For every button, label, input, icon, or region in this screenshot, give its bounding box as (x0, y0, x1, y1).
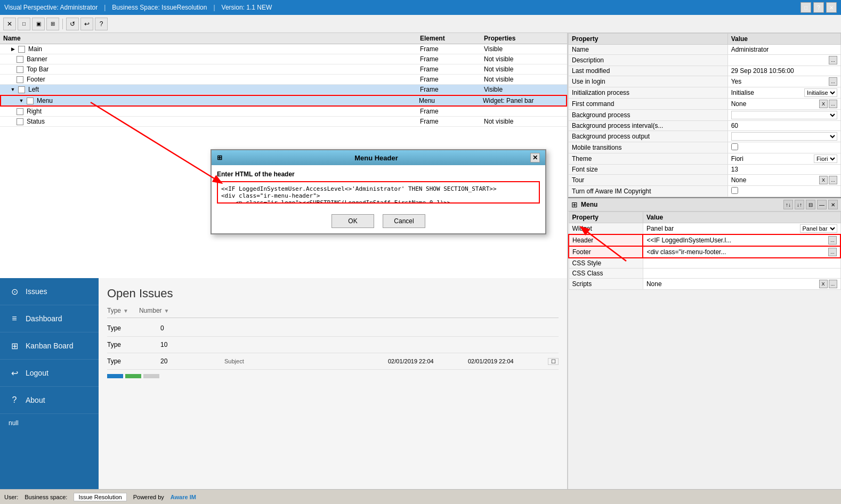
col-number-label: Number ▼ (139, 307, 169, 314)
element-footer: Frame (420, 76, 484, 83)
menu-prop-row-footer: Footer <div class="ir-menu-footer...... (569, 246, 840, 258)
scripts-btn[interactable]: ... (829, 280, 837, 288)
logout-icon: ↩ (9, 367, 20, 379)
firstcmd-x[interactable]: X (819, 100, 828, 108)
user-label: User: (4, 494, 18, 500)
tree-row-status[interactable]: Status Frame Not visible (0, 117, 567, 127)
toolbar-refresh-btn[interactable]: ↺ (66, 18, 79, 30)
props-menu: Widget: Panel bar (483, 97, 563, 104)
expand-left[interactable]: ▼ (9, 86, 17, 93)
checkbox-topbar[interactable] (17, 66, 23, 73)
scripts-x[interactable]: X (819, 280, 828, 288)
nav-dashboard[interactable]: ≡ Dashboard (0, 305, 99, 332)
expand-main[interactable]: ▶ (9, 45, 17, 53)
tree-row-banner[interactable]: Banner Frame Not visible (0, 54, 567, 64)
checkbox-menu[interactable] (27, 97, 34, 104)
checkbox-left[interactable] (18, 86, 25, 93)
toolbar-btn3[interactable]: ⊞ (46, 18, 59, 30)
dialog-close-button[interactable]: ✕ (530, 153, 540, 162)
prop-row-fontsize: Font size 13 (569, 165, 841, 175)
bgoutput-select[interactable] (731, 132, 837, 141)
prop-row-tour: Tour NoneX... (569, 175, 841, 186)
checkbox-footer[interactable] (17, 76, 23, 83)
col-type-label: Type ▼ (107, 307, 128, 314)
pagination-bar (107, 374, 559, 378)
dialog-icon: ⊞ (217, 154, 222, 161)
menu-prop-col-property: Property (569, 212, 643, 223)
nav-logout[interactable]: ↩ Logout (0, 360, 99, 387)
copyright-checkbox[interactable] (731, 187, 738, 194)
label-menu: Menu (37, 97, 53, 104)
initprocess-select[interactable]: Initialise (804, 88, 837, 97)
checkbox-status[interactable] (17, 118, 23, 125)
toolbar-back-btn[interactable]: ↩ (80, 18, 93, 30)
kanban-label: Kanban Board (26, 342, 74, 350)
element-menu: Menu (419, 97, 483, 104)
minimize-button[interactable]: □ (800, 2, 811, 13)
prop-row-lastmod: Last modified 29 Sep 2018 10:56:00 (569, 66, 841, 76)
col-element-header: Element (420, 35, 484, 42)
properties-table-top: Property Value Name Administrator Descri… (568, 33, 841, 197)
widget-select[interactable]: Panel bar (800, 224, 837, 233)
menu-minimize-btn[interactable]: — (817, 200, 827, 209)
description-btn[interactable]: ... (829, 56, 837, 64)
toolbar-btn2[interactable]: ▣ (32, 18, 45, 30)
menu-sort-asc-btn[interactable]: ↑↓ (783, 200, 793, 209)
tour-btn[interactable]: ... (829, 176, 837, 184)
tree-row-footer[interactable]: Footer Frame Not visible (0, 75, 567, 85)
tree-row-topbar[interactable]: Top Bar Frame Not visible (0, 64, 567, 75)
aware-im-label: Aware IM (171, 494, 196, 500)
nav-about[interactable]: ? About (0, 387, 99, 414)
bgprocess-select[interactable] (731, 111, 837, 119)
about-label: About (26, 396, 45, 404)
content-title: Open Issues (107, 287, 559, 300)
props-banner: Not visible (484, 55, 564, 63)
toolbar-close-btn[interactable]: ✕ (3, 18, 16, 30)
element-topbar: Frame (420, 66, 484, 73)
header-btn[interactable]: ... (828, 236, 837, 245)
tree-row-left[interactable]: ▼ Left Frame Visible (0, 85, 567, 95)
ok-button[interactable]: OK (331, 214, 374, 228)
help-button[interactable]: ? (813, 2, 824, 13)
label-banner: Banner (27, 55, 47, 63)
tree-row-menu[interactable]: ▼ Menu Menu Widget: Panel bar (0, 95, 567, 107)
toolbar-help-btn[interactable]: ? (95, 18, 108, 30)
menu-split-btn[interactable]: ⊟ (806, 200, 815, 209)
prop-row-name: Name Administrator (569, 45, 841, 55)
space-name-badge[interactable]: Issue Resolution (74, 493, 126, 501)
menu-prop-row-widget: Widget Panel barPanel bar (569, 223, 840, 235)
toolbar-btn1[interactable]: □ (18, 18, 30, 30)
nav-issues[interactable]: ⊙ Issues (0, 278, 99, 305)
checkbox-banner[interactable] (17, 56, 23, 63)
tour-x[interactable]: X (819, 176, 828, 184)
label-status: Status (27, 118, 45, 125)
dialog-textarea[interactable]: <<IF LoggedInSystemUser.AccessLevel<>'Ad… (217, 181, 540, 204)
cancel-button[interactable]: Cancel (383, 214, 425, 228)
theme-select[interactable]: Fiori (814, 155, 837, 163)
prop-col-property: Property (569, 34, 728, 45)
nav-kanban[interactable]: ⊞ Kanban Board (0, 332, 99, 360)
business-space-status: Business space: (25, 494, 67, 500)
powered-by-label: Powered by (133, 494, 164, 500)
checkbox-right[interactable] (17, 108, 23, 115)
close-button[interactable]: ✕ (826, 2, 837, 13)
tree-header: Name Element Properties (0, 33, 567, 44)
label-right: Right (27, 108, 42, 115)
menu-prop-row-header: Header <<IF LoggedInSystemUser.l...... (569, 234, 840, 246)
null-label: null (0, 414, 99, 432)
tree-row-main[interactable]: ▶ Main Frame Visible (0, 44, 567, 54)
expand-menu[interactable]: ▼ (18, 97, 25, 104)
logout-label: Logout (26, 369, 48, 377)
prop-row-mobile: Mobile transitions (569, 142, 841, 153)
tree-row-right[interactable]: Right Frame (0, 107, 567, 117)
footer-btn[interactable]: ... (828, 248, 837, 256)
mobile-checkbox[interactable] (731, 143, 738, 150)
useinlogin-btn[interactable]: ... (829, 77, 837, 86)
label-topbar: Top Bar (27, 66, 48, 73)
firstcmd-btn[interactable]: ... (829, 100, 837, 108)
right-panel: Property Value Name Administrator Descri… (568, 33, 841, 504)
checkbox-main[interactable] (18, 46, 25, 53)
menu-section-title: Menu (581, 201, 597, 208)
menu-sort-desc-btn[interactable]: ↓↑ (795, 200, 804, 209)
menu-close-section-btn[interactable]: ✕ (828, 200, 838, 209)
